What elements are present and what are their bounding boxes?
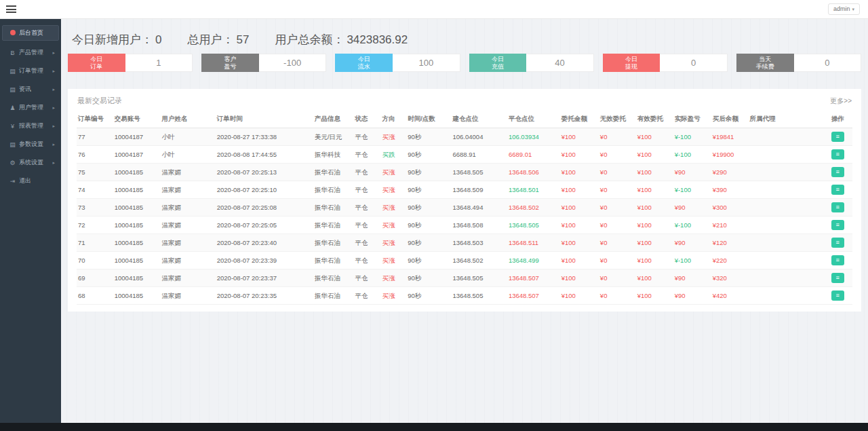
table-cell: 平仓: [353, 252, 380, 269]
news-icon: ▤: [8, 86, 17, 93]
table-cell: ¥100: [636, 181, 673, 199]
table-cell: 10004185: [113, 199, 161, 217]
sidebar-item-7[interactable]: ▤参数设置▸: [2, 135, 59, 153]
table-cell: 90秒: [406, 234, 451, 252]
table-cell: 买涨: [380, 164, 406, 181]
table-cell: 72: [77, 217, 113, 234]
table-cell: 10004185: [113, 252, 161, 269]
user-dropdown-button[interactable]: admin▾: [828, 3, 860, 15]
table-cell: 平仓: [353, 146, 380, 164]
table-cell: 买涨: [380, 181, 406, 199]
more-link[interactable]: 更多>>: [830, 96, 852, 106]
table-cell: 温家媚: [161, 199, 216, 217]
table-row: 7710004187小叶2020-08-27 17:33:38美元/日元平仓买涨…: [77, 128, 852, 146]
table-cell: 6688.91: [452, 146, 507, 164]
table-cell: ¥420: [711, 287, 749, 305]
table-cell: ¥0: [599, 164, 636, 181]
table-cell: 106.03934: [507, 128, 560, 146]
table-cell: 平仓: [353, 287, 380, 305]
table-cell: 13648.494: [452, 199, 507, 217]
order-detail-button[interactable]: ≡: [831, 132, 844, 142]
table-cell: 振华石油: [313, 287, 353, 305]
column-header: 状态: [353, 111, 380, 128]
table-cell: 振华石油: [313, 269, 353, 287]
summary-stat-label: 用户总余额：: [275, 33, 344, 46]
table-cell: ¥100: [636, 252, 673, 269]
order-detail-button[interactable]: ≡: [831, 273, 844, 283]
table-cell: ¥-100: [673, 128, 711, 146]
table-cell: ¥300: [711, 199, 749, 217]
sidebar-item-6[interactable]: ¥报表管理▸: [2, 117, 59, 135]
table-cell: ¥90: [673, 269, 711, 287]
column-header: 实际盈亏: [673, 111, 711, 128]
sidebar-item-8[interactable]: ⚙系统设置▸: [2, 153, 59, 172]
table-row: 7510004185温家媚2020-08-07 20:25:13振华石油平仓买涨…: [77, 164, 852, 181]
column-header: 买后余额: [711, 111, 749, 128]
order-detail-button[interactable]: ≡: [831, 238, 844, 248]
table-row: 7310004185温家媚2020-08-07 20:25:08振华石油平仓买涨…: [77, 199, 852, 217]
order-detail-button[interactable]: ≡: [831, 291, 844, 301]
table-cell: 买涨: [380, 234, 406, 252]
user-dropdown-label: admin: [833, 5, 850, 12]
table-cell: 温家媚: [161, 164, 216, 181]
table-cell: 13648.508: [452, 217, 507, 234]
order-detail-button[interactable]: ≡: [831, 202, 844, 212]
table-cell: 2020-08-07 20:25:10: [216, 181, 313, 199]
table-cell: ¥0: [599, 199, 636, 217]
sidebar-item-5[interactable]: ♟用户管理▸: [2, 98, 59, 117]
sidebar-item-3[interactable]: ▤订单管理▸: [2, 62, 59, 80]
column-header: 时间/点数: [406, 111, 451, 128]
stat-card-label: 客户盈亏: [201, 54, 259, 72]
stat-card-label: 今日订单: [68, 54, 125, 72]
table-cell: [749, 164, 830, 181]
table-cell: ¥100: [560, 234, 599, 252]
table-cell: 10004185: [113, 269, 161, 287]
table-cell: 振华石油: [313, 199, 353, 217]
table-cell: 小叶: [161, 146, 216, 164]
main-content: 今日新增用户：0总用户：57用户总余额：3423836.92 今日订单1客户盈亏…: [61, 19, 868, 423]
order-detail-button[interactable]: ≡: [831, 167, 844, 177]
sidebar-item-4[interactable]: ▤资讯▸: [2, 80, 59, 98]
sidebar-item-2[interactable]: Ƀ产品管理▸: [2, 43, 59, 62]
table-cell: 买跌: [380, 146, 406, 164]
table-cell: ¥0: [599, 287, 636, 305]
sidebar-item-label: 产品管理: [19, 48, 43, 57]
table-cell: ¥0: [599, 269, 636, 287]
table-cell: ¥90: [673, 234, 711, 252]
stat-card-today-turnover: 今日流水100: [335, 54, 460, 72]
table-cell: ¥100: [636, 146, 673, 164]
sidebar-item-9[interactable]: ⇥退出: [2, 172, 59, 190]
table-cell: ¥290: [711, 164, 749, 181]
table-cell: 10004185: [113, 181, 161, 199]
table-cell: 平仓: [353, 164, 380, 181]
stat-cards: 今日订单1客户盈亏-100今日流水100今日充值40今日提现0当天手续费0: [68, 54, 861, 72]
list-icon: ≡: [836, 292, 840, 299]
table-cell: 振华石油: [313, 252, 353, 269]
column-header: 委托金额: [560, 111, 599, 128]
table-cell: [749, 181, 830, 199]
table-cell: ¥-100: [673, 146, 711, 164]
table-cell: 平仓: [353, 269, 380, 287]
sidebar-item-1[interactable]: 后台首页: [2, 25, 59, 41]
table-cell: ¥320: [711, 269, 749, 287]
order-detail-button[interactable]: ≡: [831, 149, 844, 160]
summary-stat: 今日新增用户：0: [72, 33, 161, 46]
table-cell: ¥100: [636, 269, 673, 287]
order-detail-button[interactable]: ≡: [831, 185, 844, 195]
order-detail-button[interactable]: ≡: [831, 220, 844, 230]
table-cell: 10004187: [113, 128, 161, 146]
list-icon: ≡: [836, 151, 840, 157]
table-cell: [749, 234, 830, 252]
table-cell: 2020-08-07 20:25:05: [216, 217, 313, 234]
table-cell: 13648.509: [452, 181, 507, 199]
table-cell: 平仓: [353, 234, 380, 252]
table-cell: 2020-08-27 17:33:38: [216, 128, 313, 146]
order-detail-button[interactable]: ≡: [831, 255, 844, 265]
column-header: 交易账号: [113, 111, 161, 128]
hamburger-menu-icon[interactable]: [6, 5, 16, 13]
table-cell: 90秒: [406, 164, 451, 181]
stat-card-value: 1: [125, 54, 193, 72]
summary-stats: 今日新增用户：0总用户：57用户总余额：3423836.92: [72, 32, 861, 48]
list-icon: ≡: [836, 133, 840, 140]
stat-card-value: 0: [794, 54, 861, 72]
